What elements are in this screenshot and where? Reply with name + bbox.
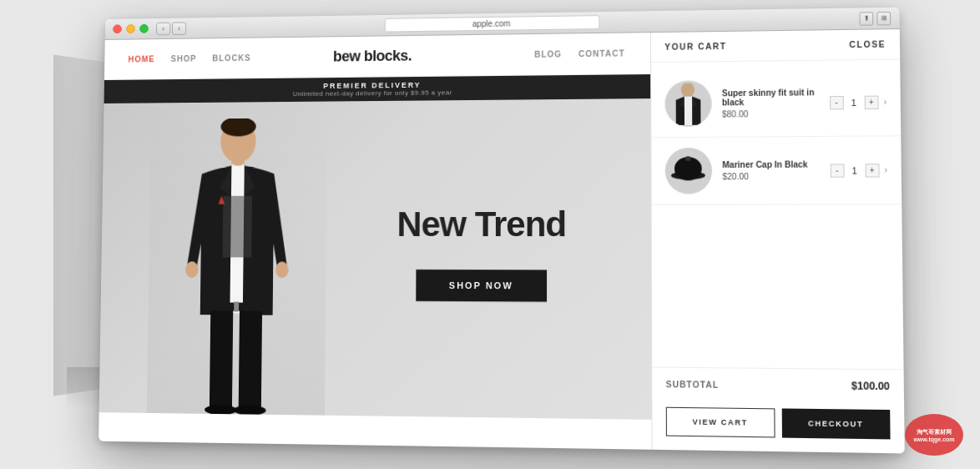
traffic-lights bbox=[113, 24, 149, 33]
checkout-button[interactable]: CHECKOUT bbox=[781, 408, 890, 439]
svg-point-13 bbox=[234, 405, 266, 415]
item-2-name: Mariner Cap In Black bbox=[722, 159, 820, 169]
nav-link-blocks[interactable]: BLOCKS bbox=[212, 53, 250, 63]
svg-rect-6 bbox=[234, 302, 239, 312]
item-1-increase-button[interactable]: + bbox=[864, 95, 878, 108]
nav-buttons: ‹ › bbox=[156, 22, 186, 35]
cart-title: YOUR CART bbox=[664, 42, 726, 52]
item-1-quantity: 1 bbox=[849, 97, 860, 107]
svg-point-20 bbox=[685, 156, 690, 161]
cart-actions: VIEW CART CHECKOUT bbox=[652, 400, 904, 453]
tabs-button[interactable]: ⊞ bbox=[876, 11, 891, 24]
cart-subtotal-row: SUBTOTAL $100.00 bbox=[652, 367, 904, 403]
close-traffic-light[interactable] bbox=[113, 24, 121, 33]
nav-links-right: BLOG CONTACT bbox=[534, 48, 624, 58]
man-svg bbox=[163, 118, 311, 415]
item-1-name: Super skinny fit suit in black bbox=[722, 88, 819, 107]
cart-item-2: Mariner Cap In Black $20.00 - 1 + › bbox=[651, 136, 902, 204]
cart-items-list: Super skinny fit suit in black $80.00 - … bbox=[651, 60, 904, 370]
svg-point-15 bbox=[681, 83, 695, 97]
view-cart-button[interactable]: VIEW CART bbox=[666, 407, 775, 438]
item-2-qty-controls: - 1 + › bbox=[830, 164, 887, 178]
minimize-traffic-light[interactable] bbox=[126, 24, 135, 33]
item-2-remove-icon[interactable]: › bbox=[884, 165, 887, 174]
svg-rect-7 bbox=[210, 310, 233, 410]
item-2-decrease-button[interactable]: - bbox=[830, 164, 844, 177]
url-bar[interactable]: apple.com bbox=[385, 15, 600, 32]
url-text: apple.com bbox=[472, 19, 511, 28]
svg-point-10 bbox=[185, 261, 199, 278]
item-2-price: $20.00 bbox=[722, 172, 820, 182]
window-actions: ⬆ ⊞ bbox=[859, 11, 891, 25]
item-1-info: Super skinny fit suit in black $80.00 bbox=[722, 88, 820, 119]
subtotal-value: $100.00 bbox=[851, 380, 890, 392]
svg-rect-8 bbox=[239, 310, 262, 410]
site-content: HOME SHOP BLOCKS bew blocks. BLOG CONTAC… bbox=[99, 29, 905, 453]
cart-close-button[interactable]: CLOSE bbox=[849, 39, 886, 49]
shop-now-button[interactable]: SHOP NOW bbox=[416, 270, 547, 302]
item-2-quantity: 1 bbox=[849, 165, 860, 175]
forward-button[interactable]: › bbox=[172, 22, 186, 35]
nav-links-left: HOME SHOP BLOCKS bbox=[129, 53, 251, 63]
fullscreen-traffic-light[interactable] bbox=[139, 24, 149, 33]
suit-thumbnail-svg bbox=[669, 83, 707, 125]
nav-link-contact[interactable]: CONTACT bbox=[578, 48, 625, 58]
nav-link-blog[interactable]: BLOG bbox=[534, 49, 562, 58]
svg-point-12 bbox=[205, 405, 237, 415]
svg-rect-17 bbox=[684, 96, 692, 124]
hero-text-area: New Trend SHOP NOW bbox=[397, 204, 566, 302]
cart-panel: YOUR CART CLOSE bbox=[650, 29, 905, 453]
main-site: HOME SHOP BLOCKS bew blocks. BLOG CONTAC… bbox=[99, 33, 651, 450]
shadow-left bbox=[53, 55, 104, 396]
cart-header: YOUR CART CLOSE bbox=[651, 29, 900, 63]
watermark: 淘气哥素材网 www.tqge.com bbox=[905, 414, 963, 456]
hero-model bbox=[147, 109, 327, 415]
site-logo[interactable]: bew blocks. bbox=[333, 48, 412, 66]
item-2-info: Mariner Cap In Black $20.00 bbox=[722, 159, 820, 181]
nav-link-shop[interactable]: SHOP bbox=[171, 54, 197, 63]
item-1-thumbnail bbox=[664, 80, 711, 127]
item-1-decrease-button[interactable]: - bbox=[830, 95, 844, 108]
item-2-thumbnail bbox=[665, 148, 713, 194]
nav-link-home[interactable]: HOME bbox=[129, 54, 155, 63]
cap-thumbnail-svg bbox=[669, 152, 708, 190]
subtotal-label: SUBTOTAL bbox=[666, 379, 719, 389]
back-button[interactable]: ‹ bbox=[156, 22, 170, 35]
item-1-qty-controls: - 1 + › bbox=[830, 95, 887, 109]
item-1-price: $80.00 bbox=[722, 108, 819, 119]
hero-section: New Trend SHOP NOW bbox=[99, 98, 652, 420]
watermark-line2: www.tqge.com bbox=[913, 436, 954, 442]
cart-item-1: Super skinny fit suit in black $80.00 - … bbox=[651, 68, 901, 138]
item-1-remove-icon[interactable]: › bbox=[883, 98, 887, 107]
watermark-line1: 淘气哥素材网 bbox=[917, 428, 952, 436]
hero-title: New Trend bbox=[397, 204, 567, 245]
item-2-increase-button[interactable]: + bbox=[865, 164, 879, 177]
share-button[interactable]: ⬆ bbox=[859, 12, 873, 25]
site-nav: HOME SHOP BLOCKS bew blocks. BLOG CONTAC… bbox=[104, 33, 650, 80]
browser-window: ‹ › apple.com ⬆ ⊞ HOME SHOP BLOCKS bew b… bbox=[99, 8, 905, 454]
